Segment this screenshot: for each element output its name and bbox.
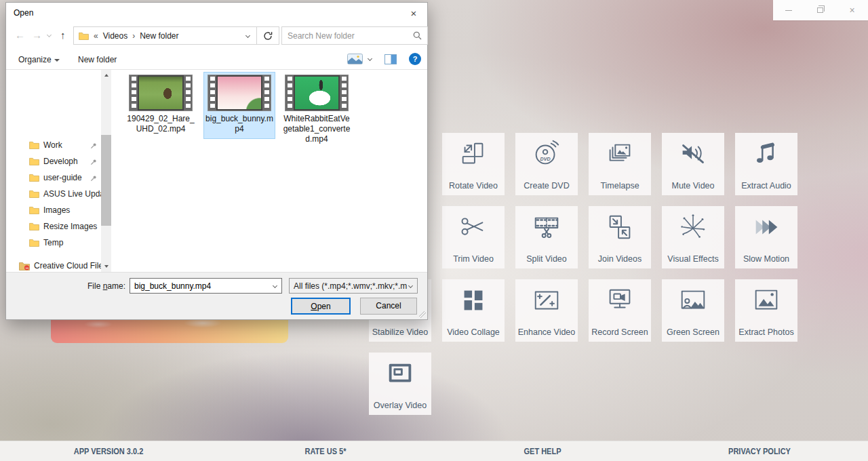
breadcrumb-prefix: « (94, 31, 98, 41)
minimize-button[interactable] (773, 0, 805, 20)
sidebar-item-label: Images (43, 205, 70, 215)
filmstrip-left (130, 75, 138, 111)
tile-visual-effects[interactable]: Visual Effects (662, 206, 724, 268)
restore-icon (817, 7, 823, 13)
video-thumbnail (208, 75, 271, 111)
file-type-value: All files (*.mp4;*.wmv;*.mkv;*.m (290, 281, 409, 291)
breadcrumb[interactable]: « Videos › New folder (73, 26, 257, 45)
tile-label: Create DVD (515, 181, 578, 191)
footer-link-app-version[interactable]: APP VERSION 3.0.2 (74, 447, 144, 456)
resize-grip[interactable] (419, 311, 426, 318)
sidebar-item-images[interactable]: Images (6, 203, 101, 218)
file-name-label: 190429_02_Hare_UHD_02.mp4 (125, 114, 196, 134)
trim-video-icon (458, 212, 489, 243)
open-button-label: pen (317, 302, 331, 311)
tile-label: Green Screen (662, 327, 724, 337)
search-input[interactable] (282, 31, 413, 41)
open-button[interactable]: Open (291, 298, 351, 315)
thumbnails-view-icon (347, 54, 363, 64)
close-button[interactable]: × (836, 0, 868, 20)
close-icon: × (849, 5, 854, 15)
tile-label: Stabilize Video (369, 327, 431, 337)
footer-link-get-help[interactable]: GET HELP (524, 447, 561, 456)
pin-icon (90, 158, 97, 167)
address-dropdown-icon[interactable] (245, 33, 250, 38)
breadcrumb-segment-new-folder[interactable]: New folder (140, 31, 178, 41)
visual-effects-icon (677, 212, 709, 243)
cancel-button[interactable]: Cancel (360, 298, 417, 315)
tile-overlay-video[interactable]: Overlay Video (369, 353, 431, 415)
svg-text:DVD: DVD (540, 157, 551, 162)
sidebar-scrollbar[interactable] (101, 70, 111, 272)
sidebar-item-developh[interactable]: Developh (6, 154, 101, 169)
sidebar-item-temp[interactable]: Temp (6, 235, 101, 250)
mute-video-icon (677, 138, 709, 169)
tile-label: Timelapse (589, 181, 651, 191)
tile-create-dvd[interactable]: DVD Create DVD (515, 133, 578, 195)
preview-pane-icon (384, 54, 397, 64)
scrollbar-thumb[interactable] (101, 135, 111, 226)
file-item-hare[interactable]: 190429_02_Hare_UHD_02.mp4 (125, 73, 196, 134)
file-name-combobox (130, 278, 282, 294)
refresh-icon (263, 31, 273, 41)
tile-timelapse[interactable]: Timelapse (589, 133, 651, 195)
file-name-dropdown-icon[interactable] (273, 283, 277, 288)
app-footer: APP VERSION 3.0.2 RATE US 5* GET HELP PR… (0, 441, 868, 461)
help-button[interactable]: ? (409, 53, 421, 65)
tile-record-screen[interactable]: Record Screen (589, 279, 651, 342)
file-name-input[interactable] (130, 281, 273, 291)
scroll-up-button[interactable] (101, 70, 111, 80)
sidebar-item-asus-live-update[interactable]: ASUS Live Updat (6, 186, 101, 201)
tile-enhance-video[interactable]: Enhance Video (515, 279, 578, 342)
dialog-close-button[interactable]: × (404, 5, 423, 22)
footer-link-rate-us[interactable]: RATE US 5* (305, 447, 347, 456)
creative-cloud-icon (19, 262, 30, 270)
file-type-combobox[interactable]: All files (*.mp4;*.wmv;*.mkv;*.m (289, 278, 418, 294)
sidebar-item-creative-cloud-files[interactable]: Creative Cloud File (6, 258, 101, 272)
tile-trim-video[interactable]: Trim Video (442, 206, 505, 268)
tile-extract-audio[interactable]: Extract Audio (735, 133, 797, 195)
tile-label: Slow Motion (735, 254, 797, 264)
scroll-down-button[interactable] (101, 261, 111, 271)
timelapse-icon (604, 138, 635, 169)
tile-extract-photos[interactable]: Extract Photos (735, 279, 797, 342)
organize-menu[interactable]: Organize (18, 55, 60, 64)
tile-mute-video[interactable]: Mute Video (662, 133, 724, 195)
create-dvd-icon: DVD (531, 138, 562, 169)
dialog-titlebar[interactable]: Open × (6, 3, 427, 23)
file-item-white-rabbit[interactable]: WhiteRabbitEatVegetable1_converted.mp4 (281, 73, 352, 144)
tile-rotate-video[interactable]: Rotate Video (442, 133, 505, 195)
tile-label: Video Collage (442, 327, 505, 337)
sidebar-item-user-guide[interactable]: user-guide (6, 170, 101, 185)
green-screen-icon (677, 285, 709, 316)
folder-icon (29, 141, 39, 149)
restore-button[interactable] (805, 0, 837, 20)
dialog-bottom-panel: File name: All files (*.mp4;*.wmv;*.mkv;… (6, 272, 427, 319)
sidebar-item-label: Work (43, 140, 62, 150)
history-dropdown-icon[interactable] (47, 33, 52, 37)
sidebar-item-resize-images[interactable]: Resize Images (6, 219, 101, 234)
new-folder-button[interactable]: New folder (78, 55, 117, 64)
breadcrumb-segment-videos[interactable]: Videos (103, 31, 127, 41)
tile-slow-motion[interactable]: Slow Motion (735, 206, 797, 268)
tile-green-screen[interactable]: Green Screen (662, 279, 724, 342)
file-name-label-post: ame: (107, 281, 125, 291)
tile-label: Enhance Video (515, 327, 578, 337)
enhance-video-icon (531, 285, 562, 316)
tile-split-video[interactable]: Split Video (515, 206, 578, 268)
file-item-big-buck-bunny[interactable]: big_buck_bunny.mp4 (204, 73, 275, 138)
back-icon[interactable]: ← (15, 29, 25, 41)
footer-link-privacy-policy[interactable]: PRIVACY POLICY (728, 447, 791, 456)
tile-video-collage[interactable]: Video Collage (442, 279, 505, 342)
tile-label: Join Videos (589, 254, 651, 264)
change-view-button[interactable] (347, 54, 372, 66)
file-name-label-pre: File (87, 281, 103, 291)
tile-join-videos[interactable]: Join Videos (589, 206, 651, 268)
refresh-button[interactable] (257, 26, 279, 45)
forward-icon[interactable]: → (32, 29, 42, 41)
preview-pane-button[interactable] (384, 54, 397, 66)
folder-icon (29, 190, 39, 198)
up-icon[interactable]: ↑ (60, 29, 66, 41)
sidebar-item-work[interactable]: Work (6, 138, 101, 153)
file-type-dropdown-icon (408, 283, 413, 288)
